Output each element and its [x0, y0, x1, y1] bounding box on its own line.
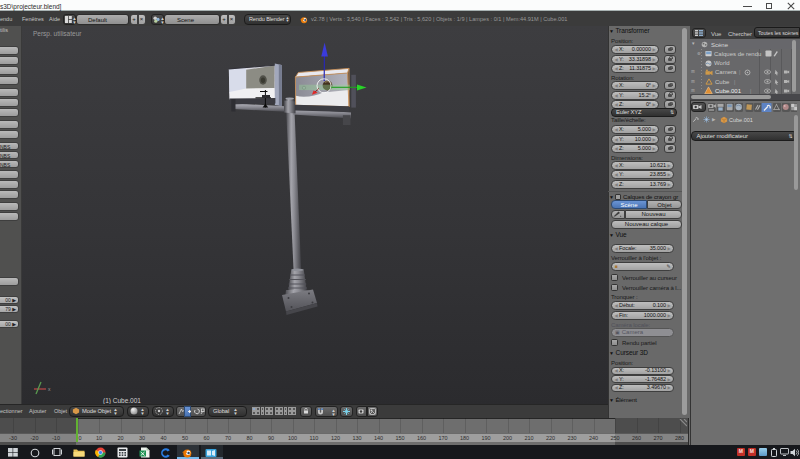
svg-text:Persp. utilisateur: Persp. utilisateur — [33, 30, 82, 38]
svg-text:(1) Cube.001: (1) Cube.001 — [103, 397, 141, 404]
